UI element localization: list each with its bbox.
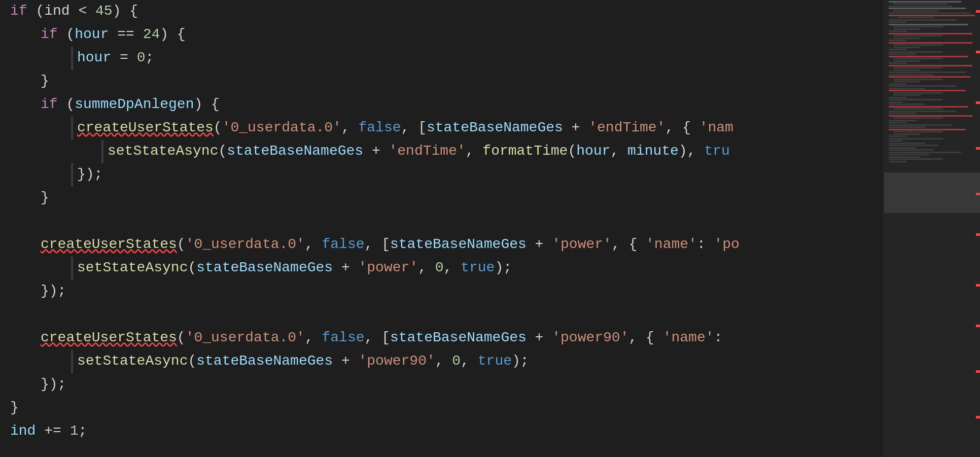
code-line-19: ind += 1 ; — [10, 420, 884, 443]
indent-guide — [101, 140, 103, 163]
code-line-8: }); — [10, 163, 884, 187]
code-line-9: } — [10, 187, 884, 210]
minimap-error-9 — [976, 370, 980, 373]
indent-guide — [71, 117, 73, 140]
code-line-11: createUserStates ( '0_userdata.0' , fals… — [10, 233, 884, 257]
minimap-lines — [884, 0, 975, 457]
code-line-17: }); — [10, 373, 884, 397]
minimap-error-8 — [976, 325, 980, 327]
minimap-error-3 — [976, 101, 980, 104]
indent-guide — [71, 163, 73, 187]
minimap-error-10 — [976, 416, 980, 418]
minimap-error-2 — [976, 51, 980, 53]
code-editor: if (ind < 45 ) { if ( hour == 24 ) { hou… — [0, 0, 884, 457]
minimap-error-4 — [976, 147, 980, 150]
indent-guide — [71, 350, 73, 373]
code-line-1: if (ind < 45 ) { — [10, 0, 884, 23]
code-line-15: createUserStates ( '0_userdata.0' , fals… — [10, 327, 884, 350]
code-line-6: createUserStates ( '0_userdata.0' , fals… — [10, 117, 884, 140]
minimap-slider[interactable] — [884, 172, 980, 213]
code-line-4: } — [10, 70, 884, 93]
minimap-error-6 — [976, 233, 980, 236]
minimap-error-1 — [976, 10, 980, 13]
minimap-content — [884, 0, 980, 457]
minimap[interactable] — [884, 0, 980, 457]
code-line-2: if ( hour == 24 ) { — [10, 23, 884, 47]
code-line-10 — [10, 210, 884, 233]
indent-guide — [71, 257, 73, 280]
indent-guide — [71, 47, 73, 70]
code-line-12: setStateAsync ( stateBaseNameGes + 'powe… — [10, 257, 884, 280]
minimap-error-7 — [976, 284, 980, 287]
code-line-13: }); — [10, 280, 884, 303]
code-line-5: if ( summeDpAnlegen ) { — [10, 93, 884, 117]
keyword-if: if — [10, 0, 27, 23]
code-line-7: setStateAsync ( stateBaseNameGes + 'endT… — [10, 140, 884, 163]
code-line-3: hour = 0 ; — [10, 47, 884, 70]
code-line-16: setStateAsync ( stateBaseNameGes + 'powe… — [10, 350, 884, 373]
code-line-18: } — [10, 397, 884, 420]
code-line-14 — [10, 303, 884, 327]
